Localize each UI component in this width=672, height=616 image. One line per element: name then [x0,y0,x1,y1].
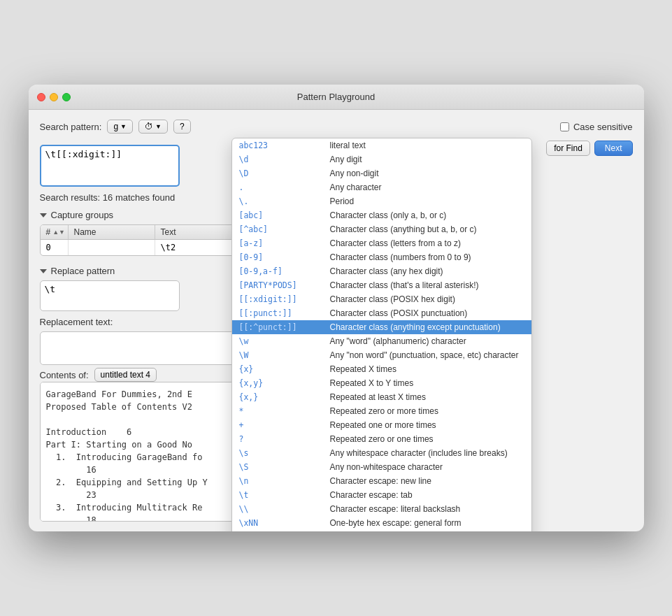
dropdown-desc-20: Repeated one or more times [330,420,524,430]
case-sensitive-checkbox[interactable] [560,122,569,131]
row-name [69,240,155,255]
dropdown-item-8[interactable]: [0-9]Character class (numbers from 0 to … [232,250,531,264]
traffic-lights [37,93,71,101]
dropdown-item-21[interactable]: ?Repeated zero or one times [232,432,531,446]
dropdown-syntax-9: [0-9,a-f] [239,266,330,276]
window-title: Pattern Playground [297,92,375,102]
dropdown-desc-19: Repeated zero or more times [330,406,524,416]
dropdown-syntax-26: \\ [239,504,330,514]
g-button[interactable]: g ▼ [107,120,133,134]
search-results-text: Search results: 16 matches found [40,192,176,203]
replacement-text-input[interactable] [40,331,243,365]
sort-arrow: ▲▼ [52,229,65,236]
g-dropdown-arrow: ▼ [120,123,127,130]
dropdown-item-19[interactable]: *Repeated zero or more times [232,404,531,418]
next-button[interactable]: Next [594,141,633,156]
search-pattern-label: Search pattern: [40,122,102,132]
dropdown-syntax-22: \s [239,448,330,458]
find-for-button[interactable]: for Find [546,141,590,156]
col-text: Text [155,225,242,239]
dropdown-item-2[interactable]: \DAny non-digit [232,166,531,180]
case-sensitive-label: Case sensitive [573,122,633,132]
dropdown-item-20[interactable]: +Repeated one or more times [232,418,531,432]
dropdown-list: abc123literal text\dAny digit\DAny non-d… [232,138,531,531]
dropdown-item-4[interactable]: \.Period [232,194,531,208]
dropdown-item-25[interactable]: \tCharacter escape: tab [232,488,531,502]
dropdown-desc-21: Repeated zero or one times [330,434,524,444]
dropdown-desc-16: Repeated X times [330,364,524,374]
dropdown-desc-27: One-byte hex escape: general form [330,518,524,528]
dropdown-item-23[interactable]: \SAny non-whitespace character [232,460,531,474]
dropdown-desc-17: Repeated X to Y times [330,378,524,388]
dropdown-syntax-6: [^abc] [239,224,330,234]
dropdown-syntax-3: . [239,182,330,192]
col-num: # ▲▼ [41,225,69,239]
dropdown-desc-8: Character class (numbers from 0 to 9) [330,252,524,262]
dropdown-item-18[interactable]: {x,}Repeated at least X times [232,390,531,404]
case-sensitive-section: Case sensitive [560,122,633,132]
replace-input[interactable]: \t [40,280,180,311]
pattern-dropdown[interactable]: abc123literal text\dAny digit\DAny non-d… [231,138,532,531]
row-text: \t2 [155,240,242,255]
text-content-area[interactable]: GarageBand For Dummies, 2nd E Proposed T… [40,382,243,522]
contents-file-button[interactable]: untitled text 4 [94,368,157,382]
capture-groups-table: # ▲▼ Name Text 0 \t2 [40,224,243,256]
dropdown-item-3[interactable]: .Any character [232,180,531,194]
replace-pattern-header: Replace pattern [40,266,243,276]
dropdown-item-14[interactable]: \wAny "word" (alphanumeric) character [232,334,531,348]
dropdown-item-22[interactable]: \sAny whitespace character (includes lin… [232,446,531,460]
capture-table-header: # ▲▼ Name Text [41,225,242,240]
dropdown-item-26[interactable]: \\Character escape: literal backslash [232,502,531,516]
dropdown-item-5[interactable]: [abc]Character class (only a, b, or c) [232,208,531,222]
dropdown-syntax-10: [PARTY*PODS] [239,280,330,290]
dropdown-desc-0: literal text [330,141,524,150]
dropdown-item-11[interactable]: [[:xdigit:]]Character class (POSIX hex d… [232,292,531,306]
dropdown-syntax-25: \t [239,490,330,500]
left-panel: \t[[:xdigit:]] Search results: 16 matche… [40,141,243,522]
maximize-button[interactable] [62,93,71,101]
dropdown-desc-10: Character class (that's a literal asteri… [330,280,524,290]
replacement-text-label: Replacement text: [40,317,243,327]
dropdown-syntax-7: [a-z] [239,238,330,248]
dropdown-syntax-4: \. [239,196,330,206]
dropdown-syntax-16: {x} [239,364,330,374]
dropdown-item-6[interactable]: [^abc]Character class (anything but a, b… [232,222,531,236]
clock-button[interactable]: ⏱ ▼ [138,120,168,134]
dropdown-syntax-8: [0-9] [239,252,330,262]
dropdown-syntax-15: \W [239,350,330,360]
dropdown-syntax-20: + [239,420,330,430]
dropdown-desc-4: Period [330,196,524,206]
dropdown-syntax-13: [[:^punct:]] [239,322,330,332]
dropdown-item-15[interactable]: \WAny "non word" (punctuation, space, et… [232,348,531,362]
dropdown-item-16[interactable]: {x}Repeated X times [232,362,531,376]
dropdown-desc-1: Any digit [330,155,524,164]
help-button[interactable]: ? [173,120,191,134]
dropdown-item-10[interactable]: [PARTY*PODS]Character class (that's a li… [232,278,531,292]
dropdown-desc-5: Character class (only a, b, or c) [330,210,524,220]
dropdown-desc-13: Character class (anything except punctua… [330,322,524,332]
dropdown-item-1[interactable]: \dAny digit [232,152,531,166]
dropdown-desc-22: Any whitespace character (includes line … [330,448,524,458]
dropdown-item-17[interactable]: {x,y}Repeated X to Y times [232,376,531,390]
dropdown-item-24[interactable]: \nCharacter escape: new line [232,474,531,488]
dropdown-item-28[interactable]: \x{NNNN}Two-byte hex escape: general for… [232,530,531,531]
dropdown-desc-26: Character escape: literal backslash [330,504,524,514]
dropdown-item-9[interactable]: [0-9,a-f]Character class (any hex digit) [232,264,531,278]
minimize-button[interactable] [50,93,58,101]
dropdown-item-12[interactable]: [[:punct:]]Character class (POSIX punctu… [232,306,531,320]
replace-triangle [40,269,47,273]
text-content: GarageBand For Dummies, 2nd E Proposed T… [46,388,236,522]
col-name: Name [69,225,155,239]
titlebar: Pattern Playground [29,85,644,110]
dropdown-item-7[interactable]: [a-z]Character class (letters from a to … [232,236,531,250]
dropdown-desc-25: Character escape: tab [330,490,524,500]
dropdown-desc-3: Any character [330,182,524,192]
dropdown-item-13[interactable]: [[:^punct:]]Character class (anything ex… [232,320,531,334]
close-button[interactable] [37,93,45,101]
search-input[interactable]: \t[[:xdigit:]] [40,145,180,187]
dropdown-syntax-27: \xNN [239,518,330,528]
dropdown-syntax-12: [[:punct:]] [239,308,330,318]
dropdown-item-0[interactable]: abc123literal text [232,138,531,152]
dropdown-item-27[interactable]: \xNNOne-byte hex escape: general form [232,516,531,530]
contents-row: Contents of: untitled text 4 [40,368,243,382]
